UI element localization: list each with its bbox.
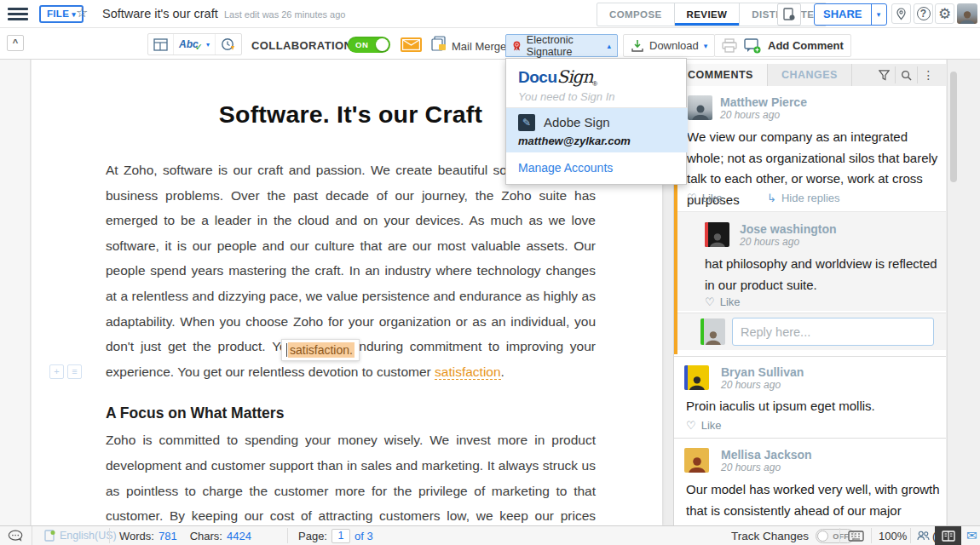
tab-review[interactable]: REVIEW	[675, 3, 741, 26]
like-button[interactable]: ♡Like	[705, 295, 741, 308]
funnel-icon	[879, 70, 890, 81]
favorite-star-icon[interactable]: ☆	[76, 4, 88, 20]
text-cursor	[286, 343, 287, 357]
electronic-signature-button[interactable]: Electronic Signature ▴	[505, 34, 618, 57]
avatar	[700, 318, 725, 345]
tab-compose[interactable]: COMPOSE	[597, 3, 675, 26]
track-changes-control: Track Changes OFF	[731, 526, 855, 545]
adobe-sign-icon: ✎	[518, 114, 535, 131]
gear-icon: ⚙	[938, 5, 951, 23]
tab-changes[interactable]: CHANGES	[768, 64, 852, 86]
chevron-down-icon[interactable]: ▾	[871, 4, 886, 25]
scrollbar-thumb[interactable]	[950, 72, 957, 182]
download-icon	[631, 39, 644, 53]
settings-button[interactable]: ⚙	[935, 3, 954, 24]
commenter-name[interactable]: Bryan Sullivan	[721, 365, 804, 379]
proofing-tool-group: Abc ✓ ▾	[147, 33, 242, 55]
docusign-option[interactable]: DocuSign®	[518, 66, 597, 88]
document-bell-icon	[782, 8, 796, 21]
share-button[interactable]: SHARE ▾	[814, 3, 887, 26]
comment-time: 20 hours ago	[740, 236, 837, 248]
avatar	[684, 365, 709, 390]
download-button[interactable]: Download ▾	[623, 34, 715, 57]
docusign-logo: Docu	[518, 68, 557, 86]
language-selector[interactable]: English(US)	[44, 526, 117, 545]
seal-icon	[512, 39, 522, 53]
esignature-dropdown: DocuSign® You need to Sign In ✎ Adobe Si…	[505, 58, 687, 185]
page-number-input[interactable]: 1	[331, 529, 350, 543]
paragraph-format-icon[interactable]: ≡	[67, 364, 82, 379]
commenter-name[interactable]: Mellisa Jackson	[721, 448, 812, 462]
reply-input[interactable]	[732, 318, 934, 346]
commenter-name[interactable]: Jose washington	[740, 222, 837, 236]
add-comment-button[interactable]: Add Comment	[768, 39, 844, 52]
keyboard-shortcuts-button[interactable]	[848, 526, 864, 545]
question-icon: ?	[917, 7, 931, 20]
heart-icon: ♡	[686, 419, 696, 432]
history-button[interactable]	[216, 34, 241, 54]
help-button[interactable]: ?	[914, 3, 933, 24]
like-button[interactable]: ♡Like	[686, 419, 722, 432]
mail-merge-icon[interactable]	[430, 36, 447, 54]
word-count[interactable]: Words:781 Chars:4424	[119, 526, 251, 545]
search-comments-button[interactable]	[895, 66, 917, 83]
insert-plus-icon[interactable]: +	[49, 364, 64, 379]
like-button[interactable]: ♡Like	[687, 192, 723, 204]
commenter-name[interactable]: Matthew Pierce	[720, 95, 807, 109]
scrollbar-track[interactable]	[947, 60, 980, 525]
page-setup-button[interactable]	[148, 34, 174, 54]
comment-reply[interactable]: Jose washington 20 hours ago hat philoso…	[677, 211, 946, 311]
hamburger-menu-icon[interactable]	[8, 8, 28, 21]
book-icon	[942, 531, 955, 542]
heart-icon: ♡	[687, 192, 697, 204]
comment-card[interactable]: Bryan Sullivan 20 hours ago Proin iaculi…	[674, 358, 946, 437]
user-avatar[interactable]	[957, 3, 977, 24]
collaboration-toggle[interactable]: ON	[348, 37, 390, 53]
location-pin-button[interactable]	[891, 3, 911, 24]
hide-replies-button[interactable]: ↳Hide replies	[767, 192, 840, 204]
feedback-mail-icon[interactable]: ✉	[966, 528, 977, 543]
reader-view-button[interactable]	[935, 526, 961, 545]
keyboard-icon	[848, 531, 864, 542]
page-indicator[interactable]: Page: 1 of 3	[298, 526, 373, 545]
comment-anchor-word[interactable]: satisfaction	[435, 364, 501, 380]
comment-tool-group: Add Comment	[714, 34, 851, 57]
table-icon	[153, 38, 168, 51]
zoom-level[interactable]: 100%	[879, 526, 907, 545]
reply-arrow-icon: ↳	[767, 192, 776, 204]
chevron-down-icon[interactable]: ▾	[206, 41, 210, 49]
manage-accounts-link[interactable]: Manage Accounts	[518, 161, 613, 175]
comment-text: hat philosophy and worldview is reflecte…	[705, 254, 939, 295]
docusign-signin-note: You need to Sign In	[518, 90, 614, 103]
chat-button[interactable]	[0, 526, 32, 545]
tab-comments[interactable]: COMMENTS	[674, 64, 768, 86]
doc-paragraph: Zoho is committed to spending your money…	[106, 427, 596, 525]
spellcheck-button[interactable]: Abc ✓ ▾	[174, 34, 216, 54]
track-changes-label: Track Changes	[731, 530, 809, 542]
email-notify-icon[interactable]	[401, 37, 422, 52]
toggle-knob	[817, 531, 828, 542]
document-title[interactable]: Software it's our craft	[102, 7, 218, 20]
comment-card[interactable]: Mellisa Jackson 20 hours ago Our model h…	[674, 439, 946, 525]
zoho-writer-app: FILE▾ ☆ Software it's our craft Last edi…	[0, 0, 980, 545]
mail-merge-button[interactable]: Mail Merge	[452, 40, 506, 53]
search-icon	[901, 70, 912, 81]
pin-icon	[896, 8, 907, 20]
avatar	[684, 448, 709, 473]
comment-time: 20 hours ago	[720, 109, 807, 121]
divider	[674, 356, 946, 357]
collapse-toolbar-button[interactable]: ^	[7, 35, 24, 51]
comment-thread[interactable]: Matthew Pierce 20 hours ago We view our …	[674, 86, 946, 354]
comment-time: 20 hours ago	[721, 462, 812, 473]
notifications-button[interactable]	[777, 3, 801, 26]
avatar	[688, 95, 712, 120]
more-options-button[interactable]: ⋮	[917, 66, 939, 83]
adobe-account-email: matthew@zylkar.com	[518, 135, 631, 147]
language-doc-icon	[44, 530, 55, 542]
reply-row	[677, 313, 946, 350]
comments-sidebar: COMMENTS CHANGES ⋮ Matthew Pierce	[673, 60, 946, 525]
printer-icon[interactable]	[722, 38, 737, 53]
adobe-sign-option[interactable]: ✎ Adobe Sign matthew@zylkar.com	[506, 108, 688, 152]
add-comment-icon[interactable]	[744, 38, 761, 54]
filter-comments-button[interactable]	[873, 66, 895, 83]
